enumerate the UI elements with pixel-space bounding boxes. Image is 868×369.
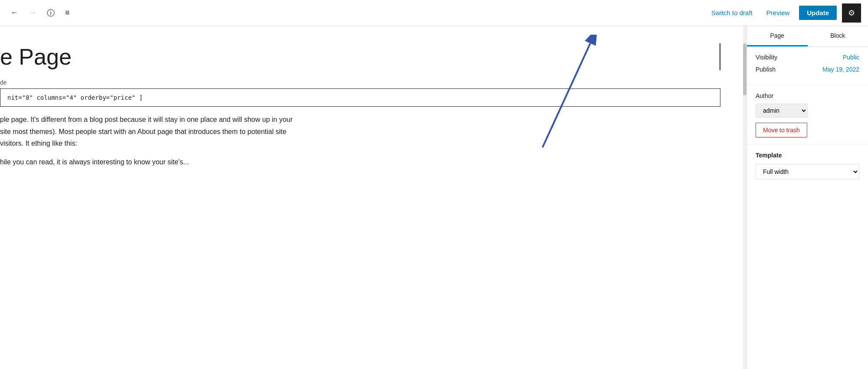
redo-button[interactable]: → bbox=[25, 5, 40, 21]
author-select[interactable]: admin bbox=[756, 104, 808, 118]
sidebar-tabs: Page Block bbox=[747, 26, 868, 47]
tab-block[interactable]: Block bbox=[808, 26, 868, 46]
sidebar: Page Block Visibility Public Publish May… bbox=[746, 26, 868, 369]
page-title[interactable]: e Page bbox=[0, 43, 720, 70]
body-paragraph-1: ple page. It's different from a blog pos… bbox=[0, 114, 304, 149]
template-select[interactable]: Full width bbox=[756, 164, 859, 180]
update-button[interactable]: Update bbox=[799, 6, 837, 20]
list-view-button[interactable]: ≡ bbox=[62, 5, 73, 21]
template-section: Template Full width bbox=[747, 145, 868, 186]
visibility-row: Visibility Public bbox=[756, 54, 859, 61]
settings-button[interactable]: ⚙ bbox=[842, 3, 861, 23]
editor-scroll-thumb[interactable] bbox=[743, 43, 746, 95]
undo-button[interactable]: ← bbox=[7, 5, 22, 21]
toolbar-right: Switch to draft Preview Update ⚙ bbox=[707, 3, 861, 23]
info-button[interactable]: ⓘ bbox=[43, 4, 58, 22]
toolbar-left: ← → ⓘ ≡ bbox=[7, 4, 707, 22]
publish-row: Publish May 19, 2022 bbox=[756, 66, 859, 73]
code-block-label: de bbox=[0, 79, 720, 86]
visibility-value[interactable]: Public bbox=[843, 54, 859, 61]
switch-to-draft-button[interactable]: Switch to draft bbox=[707, 7, 757, 19]
code-block-area: de nit="8" columns="4" orderby="price" ] bbox=[0, 79, 720, 107]
toolbar: ← → ⓘ ≡ Switch to draft Preview Update ⚙ bbox=[0, 0, 868, 26]
main-layout: e Page de nit="8" columns="4" orderby="p… bbox=[0, 26, 868, 369]
tab-page[interactable]: Page bbox=[747, 26, 808, 46]
publish-label: Publish bbox=[756, 66, 776, 73]
editor-scrollbar[interactable] bbox=[743, 26, 746, 369]
preview-button[interactable]: Preview bbox=[762, 7, 794, 19]
page-settings-section: Visibility Public Publish May 19, 2022 bbox=[747, 47, 868, 85]
author-label: Author bbox=[756, 92, 859, 99]
body-paragraph-2: hile you can read, it is always interest… bbox=[0, 156, 304, 168]
body-text: ple page. It's different from a blog pos… bbox=[0, 114, 304, 168]
visibility-label: Visibility bbox=[756, 54, 777, 61]
move-to-trash-button[interactable]: Move to trash bbox=[756, 123, 807, 137]
author-section: Author admin Move to trash bbox=[747, 85, 868, 145]
template-label: Template bbox=[756, 152, 859, 159]
publish-value[interactable]: May 19, 2022 bbox=[822, 66, 859, 73]
code-input[interactable]: nit="8" columns="4" orderby="price" ] bbox=[0, 88, 720, 107]
editor-area: e Page de nit="8" columns="4" orderby="p… bbox=[0, 26, 746, 369]
page-title-area: e Page bbox=[0, 43, 720, 70]
